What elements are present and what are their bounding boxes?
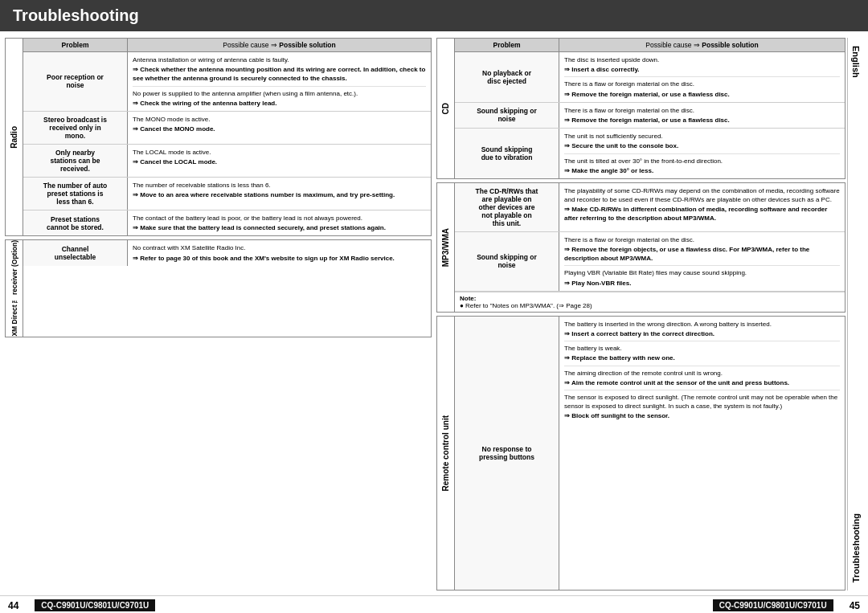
cd-label: CD	[441, 103, 450, 114]
solution-cell: The unit is not sufficiently secured. ⇒ …	[559, 129, 845, 178]
left-panel: Radio Problem Possible cause ⇒ Possible …	[5, 38, 432, 591]
footer-left: 44 CQ-C9901U/C9801U/C9701U	[8, 599, 155, 611]
problem-cell: Preset stationscannot be stored.	[23, 210, 128, 235]
english-label: English	[851, 46, 861, 78]
radio-problem-header: Problem	[23, 39, 128, 51]
left-model-number: CQ-C9901U/C9801U/C9701U	[35, 599, 155, 611]
page-title: Troubleshooting	[13, 6, 139, 24]
problem-cell: The CD-R/RWs thatare playable onother de…	[455, 183, 559, 231]
mp3-label-container: MP3/WMA	[437, 183, 455, 312]
table-row: Stereo broadcast isreceived only inmono.…	[23, 112, 431, 145]
table-row: No playback ordisc ejected The disc is i…	[455, 52, 845, 103]
radio-label: Radio	[10, 126, 18, 149]
mp3-section: MP3/WMA The CD-R/RWs thatare playable on…	[436, 182, 845, 313]
problem-cell: Poor reception ornoise	[23, 52, 128, 111]
footer: 44 CQ-C9901U/C9801U/C9701U CQ-C9901U/C98…	[0, 595, 868, 613]
cd-content: Problem Possible cause ⇒ Possible soluti…	[455, 39, 845, 178]
cd-table-header: Problem Possible cause ⇒ Possible soluti…	[455, 39, 845, 52]
table-row: Sound skipping ornoise There is a flaw o…	[455, 232, 845, 292]
table-row: Channelunselectable No contract with XM …	[23, 240, 431, 265]
solution-cell: The contact of the battery lead is poor,…	[128, 210, 431, 235]
solution-cell: The LOCAL mode is active. ⇒ Cancel the L…	[128, 145, 431, 177]
header: Troubleshooting	[0, 0, 868, 31]
problem-cell: Sound skipping ornoise	[455, 103, 559, 128]
right-full: CD Problem Possible cause ⇒ Possible sol…	[436, 38, 863, 591]
xm-label-container: XM Direct™ receiver (Option)	[6, 240, 23, 337]
solution-cell: There is a flaw or foreign material on t…	[559, 103, 845, 128]
solution-cell: The disc is inserted upside down. ⇒ Inse…	[559, 52, 845, 102]
radio-content: Problem Possible cause ⇒ Possible soluti…	[23, 39, 431, 235]
mp3-content: The CD-R/RWs thatare playable onother de…	[455, 183, 845, 312]
problem-cell: The number of autopreset stations isless…	[23, 178, 128, 210]
remote-label: Remote control unit	[441, 415, 450, 491]
solution-cell: The number of receivable stations is les…	[128, 178, 431, 210]
problem-cell: Sound skipping ornoise	[455, 232, 559, 291]
problem-cell: Sound skippingdue to vibration	[455, 129, 559, 178]
solution-cell: There is a flaw or foreign material on t…	[559, 232, 845, 291]
table-row: No response topressing buttons The batte…	[455, 317, 845, 590]
solution-cell: No contract with XM Satellite Radio Inc.…	[128, 240, 431, 265]
right-page-number: 45	[850, 600, 860, 611]
remote-content: No response topressing buttons The batte…	[455, 317, 845, 590]
xm-label: XM Direct™ receiver (Option)	[10, 240, 18, 337]
solution-cell: Antenna installation or wiring of antenn…	[128, 52, 431, 111]
table-row: Sound skippingdue to vibration The unit …	[455, 129, 845, 178]
problem-cell: No response topressing buttons	[455, 317, 559, 590]
problem-cell: Channelunselectable	[23, 240, 128, 265]
table-row: Sound skipping ornoise There is a flaw o…	[455, 103, 845, 129]
table-row: The number of autopreset stations isless…	[23, 178, 431, 210]
right-model-number: CQ-C9901U/C9801U/C9701U	[713, 599, 833, 611]
remote-label-container: Remote control unit	[437, 317, 455, 590]
troubleshooting-label-container: Troubleshooting	[848, 314, 863, 591]
problem-cell: Only nearbystations can bereceived.	[23, 145, 128, 177]
table-row: Poor reception ornoise Antenna installat…	[23, 52, 431, 112]
radio-section: Radio Problem Possible cause ⇒ Possible …	[5, 38, 432, 236]
left-page-number: 44	[8, 600, 18, 611]
table-row: Only nearbystations can bereceived. The …	[23, 145, 431, 178]
side-labels: English Troubleshooting	[847, 38, 863, 591]
radio-solution-header: Possible cause ⇒ Possible solution	[128, 39, 431, 51]
table-row: The CD-R/RWs thatare playable onother de…	[455, 183, 845, 232]
solution-cell: The playability of some CD-R/RWs may dep…	[559, 183, 845, 231]
troubleshooting-label: Troubleshooting	[851, 513, 861, 582]
remote-section: Remote control unit No response topressi…	[436, 316, 845, 591]
radio-table-header: Problem Possible cause ⇒ Possible soluti…	[23, 39, 431, 52]
solution-cell: The MONO mode is active. ⇒ Cancel the MO…	[128, 112, 431, 144]
table-row: Preset stationscannot be stored. The con…	[23, 210, 431, 235]
mp3-label: MP3/WMA	[441, 228, 450, 267]
problem-cell: Stereo broadcast isreceived only inmono.	[23, 112, 128, 144]
footer-right: CQ-C9901U/C9801U/C9701U 45	[713, 599, 860, 611]
cd-solution-header: Possible cause ⇒ Possible solution	[559, 39, 845, 51]
cd-section: CD Problem Possible cause ⇒ Possible sol…	[436, 38, 845, 179]
problem-cell: No playback ordisc ejected	[455, 52, 559, 102]
xm-content: Channelunselectable No contract with XM …	[23, 240, 431, 337]
english-label-container: English	[848, 38, 863, 314]
cd-problem-header: Problem	[455, 39, 559, 51]
cd-label-container: CD	[437, 39, 455, 178]
xm-section: XM Direct™ receiver (Option) Channelunse…	[5, 239, 432, 337]
solution-cell: The battery is inserted in the wrong dir…	[559, 317, 845, 590]
radio-label-container: Radio	[6, 39, 23, 235]
right-sections: CD Problem Possible cause ⇒ Possible sol…	[436, 38, 845, 591]
mp3-note: Note: ● Refer to "Notes on MP3/WMA". (⇒ …	[455, 292, 845, 312]
